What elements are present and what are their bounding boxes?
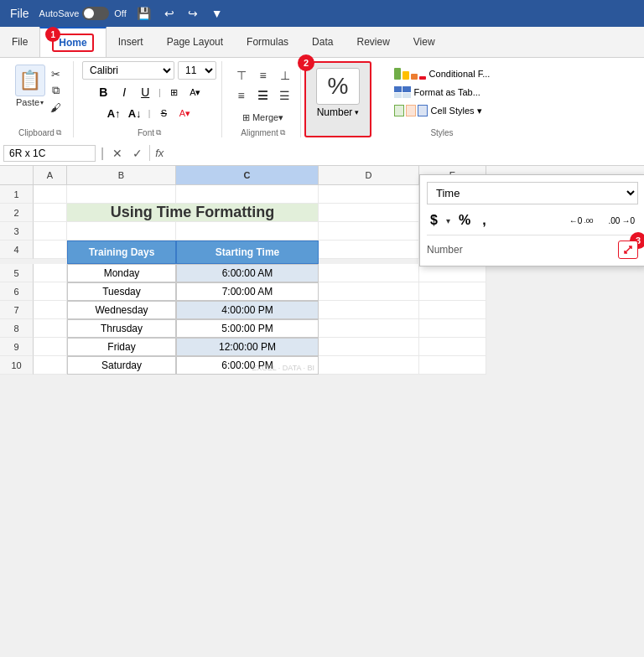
cell-e6[interactable] [419,282,486,301]
fx-button[interactable]: fx [149,145,169,161]
format-type-select[interactable]: Time General Number Currency Accounting … [427,182,638,204]
align-center-button[interactable]: ☰ [253,86,273,105]
row-header-7[interactable]: 7 [0,301,34,319]
cell-a1[interactable] [34,185,67,204]
tab-data[interactable]: Data [300,27,345,57]
cell-b2-c2[interactable]: Using Time Formatting [67,204,319,222]
cell-c8[interactable]: 5:00:00 PM [176,319,319,338]
autosave-toggle[interactable] [82,7,109,20]
tab-insert[interactable]: Insert [106,27,155,57]
tab-page-layout[interactable]: Page Layout [155,27,235,57]
tab-review[interactable]: Review [345,27,401,57]
border-button[interactable]: ⊞ [165,83,184,101]
row-header-10[interactable]: 10 [0,356,34,375]
cell-b10[interactable]: Saturday [67,356,176,375]
cell-d7[interactable] [319,301,419,319]
row-header-1[interactable]: 1 [0,185,34,204]
font-color-button[interactable]: A▾ [175,104,194,122]
cell-a9[interactable] [34,338,67,356]
comma-btn[interactable]: , [479,211,489,230]
cancel-formula-btn[interactable]: ✕ [109,145,126,162]
merge-center-button[interactable]: ⊞ Merge▾ [238,108,288,127]
paste-button[interactable]: 📋 Paste ▾ [15,65,45,107]
cell-c9[interactable]: 12:00:00 PM [176,338,319,356]
increase-font-button[interactable]: A↑ [105,104,123,122]
cell-b8[interactable]: Thrusday [67,319,176,338]
cell-a4[interactable] [34,241,67,259]
underline-button[interactable]: U [136,83,154,101]
cell-a10[interactable] [34,356,67,375]
redo-btn[interactable]: ↪ [184,5,201,22]
increase-decimal-btn[interactable]: .00 →0 [605,215,638,227]
strikethrough-button[interactable]: S [154,104,173,122]
dollar-dropdown-icon[interactable]: ▾ [446,216,450,225]
cell-e5[interactable] [419,264,486,282]
italic-button[interactable]: I [115,83,133,101]
row-header-4[interactable]: 4 [0,241,34,259]
cell-a2[interactable] [34,204,67,222]
cell-b5[interactable]: Monday [67,264,176,282]
tab-home[interactable]: 1 Home [39,27,106,57]
tab-file[interactable]: File [0,27,39,57]
conditional-formatting-btn[interactable]: Conditional F... [391,66,494,81]
align-right-button[interactable]: ☰ [275,86,295,105]
cell-e9[interactable] [419,338,486,356]
format-as-table-btn[interactable]: Format as Tab... [391,85,494,100]
cell-styles-btn[interactable]: Cell Styles ▾ [391,103,494,118]
cell-e10[interactable] [419,356,486,375]
align-left-button[interactable]: ≡ [231,86,252,105]
cell-a7[interactable] [34,301,67,319]
cell-c10[interactable]: 6:00:00 PM EXCEL · DATA · BI [176,356,319,375]
row-header-2[interactable]: 2 [0,204,34,222]
cell-d1[interactable] [319,185,419,204]
cell-b3[interactable] [67,222,176,241]
undo-btn[interactable]: ↩ [161,5,178,22]
cut-button[interactable]: ✂ [47,66,65,81]
align-middle-button[interactable]: ≡ [253,66,273,85]
name-box[interactable] [3,145,96,162]
cell-c4[interactable]: Starting Time [176,241,319,264]
cell-b7[interactable]: Wednesday [67,301,176,319]
cell-a5[interactable] [34,264,67,282]
cell-c7[interactable]: 4:00:00 PM [176,301,319,319]
cell-c6[interactable]: 7:00:00 AM [176,282,319,301]
save-btn[interactable]: 💾 [133,5,154,22]
number-dialog-expand-btn[interactable] [618,241,638,259]
row-header-5[interactable]: 5 [0,264,34,282]
row-header-6[interactable]: 6 [0,282,34,301]
decrease-decimal-btn[interactable]: ←0 .00 [566,215,597,227]
format-painter-button[interactable]: 🖌 [47,100,65,115]
cell-b9[interactable]: Friday [67,338,176,356]
row-header-3[interactable]: 3 [0,222,34,241]
cell-d10[interactable] [319,356,419,375]
tab-view[interactable]: View [402,27,447,57]
cell-a6[interactable] [34,282,67,301]
cell-e7[interactable] [419,301,486,319]
cell-a8[interactable] [34,319,67,338]
row-header-8[interactable]: 8 [0,319,34,338]
cell-c1[interactable] [176,185,319,204]
font-name-select[interactable]: Calibri [82,61,174,80]
confirm-formula-btn[interactable]: ✓ [129,145,146,162]
cell-d8[interactable] [319,319,419,338]
alignment-expand-icon[interactable]: ⧉ [280,128,285,137]
tab-formulas[interactable]: Formulas [235,27,300,57]
font-expand-icon[interactable]: ⧉ [156,128,161,137]
cell-c5[interactable]: 6:00:00 AM [176,264,319,282]
cell-d3[interactable] [319,222,419,241]
fill-color-button[interactable]: A▾ [186,83,205,101]
col-header-a[interactable]: A [34,166,67,184]
formula-input[interactable] [172,147,641,159]
cell-d6[interactable] [319,282,419,301]
cell-d5[interactable] [319,264,419,282]
cell-e8[interactable] [419,319,486,338]
col-header-d[interactable]: D [319,166,419,184]
align-top-button[interactable]: ⊤ [231,66,252,85]
cell-c3[interactable] [176,222,319,241]
align-bottom-button[interactable]: ⊥ [275,66,295,85]
cell-d2[interactable] [319,204,419,222]
col-header-c[interactable]: C [176,166,319,184]
col-header-b[interactable]: B [67,166,176,184]
decrease-font-button[interactable]: A↓ [126,104,144,122]
bold-button[interactable]: B [94,83,112,101]
